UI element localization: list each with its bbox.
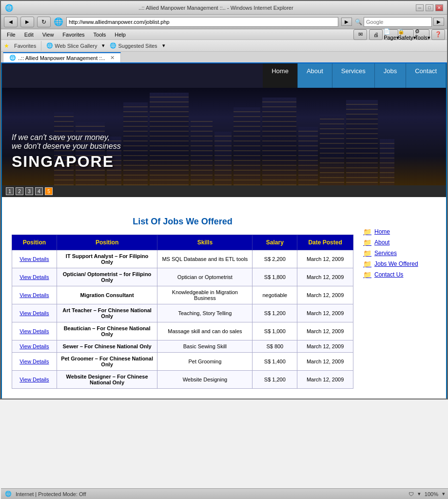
suggested-icon: 🌐 — [110, 42, 117, 49]
email-button[interactable]: ✉ — [353, 29, 367, 40]
view-details-cell: View Details — [12, 322, 57, 340]
view-details-cell: View Details — [12, 250, 57, 268]
date-cell: March 12, 2009 — [297, 268, 353, 286]
suggested-sites-link[interactable]: 🌐 Suggested Sites — [110, 42, 157, 49]
title-bar: 🌐 ..:: Allied Manpower Management ::.. -… — [1, 1, 447, 15]
forward-button[interactable]: ▶ — [20, 17, 34, 27]
minimize-button[interactable]: ─ — [416, 4, 424, 11]
skills-cell: Massage skill and can do sales — [157, 322, 253, 340]
print-button[interactable]: 🖨 — [369, 29, 383, 40]
maximize-button[interactable]: □ — [426, 4, 433, 11]
table-header-position-name: Position — [57, 235, 157, 250]
sidebar-link-label: Jobs We Offered — [374, 260, 418, 267]
tab-icon: 🌐 — [9, 55, 16, 61]
slide-dot-5[interactable]: 5 — [45, 187, 53, 195]
sidebar-link-label: About — [374, 239, 390, 246]
search-input[interactable] — [364, 17, 432, 27]
web-slice-gallery-link[interactable]: 🌐 Web Slice Gallery — [46, 42, 97, 49]
position-cell: Website Designer – For Chinese National … — [57, 371, 157, 389]
safety-button[interactable]: 🔒 Safety▾ — [400, 29, 414, 40]
favorites-star-icon: ★ — [4, 42, 9, 49]
table-row: View Details Sewer – For Chinese Nationa… — [12, 340, 353, 353]
page-button[interactable]: 📄 Page▾ — [385, 29, 398, 40]
window-controls: ─ □ ✕ — [416, 4, 443, 11]
menu-tools[interactable]: Tools — [90, 31, 110, 39]
table-header-date: Date Posted — [297, 235, 353, 250]
tools-button2[interactable]: ⚙ Tools▾ — [416, 29, 429, 40]
slide-dot-3[interactable]: 3 — [25, 187, 33, 195]
tab-close-icon[interactable]: ✕ — [110, 55, 115, 61]
skills-cell: Website Designing — [157, 371, 253, 389]
slide-dot-4[interactable]: 4 — [35, 187, 43, 195]
close-button[interactable]: ✕ — [435, 4, 443, 11]
slideshow-dots: 1 2 3 4 5 — [2, 185, 446, 197]
favorites-button[interactable]: Favorites — [14, 43, 36, 49]
sidebar-link-services[interactable]: 📁Services — [363, 248, 436, 259]
view-details-link[interactable]: View Details — [19, 359, 49, 364]
nav-contact[interactable]: Contact — [406, 63, 446, 88]
table-header-position: Position — [12, 235, 57, 250]
jobs-section: List Of Jobs We Offered Position Positio… — [12, 217, 353, 389]
sidebar-link-home[interactable]: 📁Home — [363, 226, 436, 237]
table-row: View Details Website Designer – For Chin… — [12, 371, 353, 389]
slide-dot-1[interactable]: 1 — [6, 187, 14, 195]
view-details-link[interactable]: View Details — [19, 377, 49, 382]
sidebar-link-contact-us[interactable]: 📁Contact Us — [363, 269, 436, 280]
active-tab[interactable]: 🌐 ..:: Allied Manpower Management ::.. ✕ — [3, 52, 121, 62]
view-details-link[interactable]: View Details — [19, 274, 49, 280]
menu-favorites[interactable]: Favorites — [58, 31, 88, 39]
view-details-cell: View Details — [12, 304, 57, 322]
menu-edit[interactable]: Edit — [20, 31, 38, 39]
go-button[interactable]: ▶ — [341, 18, 352, 26]
nav-services[interactable]: Services — [332, 63, 375, 88]
date-cell: March 12, 2009 — [297, 371, 353, 389]
nav-home[interactable]: Home — [263, 63, 298, 88]
back-button[interactable]: ◀ — [4, 17, 18, 27]
hero-slogan: If we can't save your money,we don't des… — [12, 133, 121, 151]
position-cell: Migration Consultant — [57, 286, 157, 304]
salary-cell: S$ 1,000 — [253, 322, 297, 340]
view-details-cell: View Details — [12, 371, 57, 389]
browser-window: 🌐 ..:: Allied Manpower Management ::.. -… — [0, 0, 448, 399]
view-details-link[interactable]: View Details — [19, 328, 49, 334]
sidebar-link-label: Contact Us — [374, 271, 403, 278]
hero-text-block: If we can't save your money,we don't des… — [12, 133, 121, 171]
help-button2[interactable]: ❓ — [431, 29, 445, 40]
view-details-link[interactable]: View Details — [19, 256, 49, 262]
url-input[interactable] — [66, 17, 338, 27]
nav-about[interactable]: About — [298, 63, 332, 88]
menu-bar: File Edit View Favorites Tools Help ✉ 🖨 … — [1, 29, 447, 40]
date-cell: March 12, 2009 — [297, 286, 353, 304]
sidebar-link-about[interactable]: 📁About — [363, 237, 436, 248]
sidebar-link-label: Services — [374, 250, 397, 257]
hero-banner: If we can't save your money,we don't des… — [2, 88, 446, 185]
favorites-bar: ★ Favorites 🌐 Web Slice Gallery ▾ 🌐 Sugg… — [1, 40, 447, 52]
position-cell: Optician/ Optometrist – for Filipino Onl… — [57, 268, 157, 286]
search-go-button[interactable]: ▶ — [433, 18, 444, 26]
position-cell: IT Support Analyst – For Filipino Only — [57, 250, 157, 268]
salary-cell: S$ 800 — [253, 340, 297, 353]
menu-file[interactable]: File — [3, 31, 19, 39]
website-content: Home About Services Jobs Contact — [1, 63, 447, 399]
view-details-link[interactable]: View Details — [19, 292, 49, 298]
table-row: View Details Migration Consultant Knowle… — [12, 286, 353, 304]
salary-cell: S$ 2,200 — [253, 250, 297, 268]
sidebar-link-jobs-we-offered[interactable]: 📁Jobs We Offered — [363, 259, 436, 269]
slide-dot-2[interactable]: 2 — [16, 187, 23, 195]
refresh-button[interactable]: ↻ — [37, 17, 51, 27]
view-details-link[interactable]: View Details — [19, 343, 49, 349]
address-bar: ◀ ▶ ↻ 🌐 ▶ 🔍 ▶ — [1, 15, 447, 29]
folder-icon: 📁 — [363, 239, 371, 246]
date-cell: March 12, 2009 — [297, 353, 353, 371]
menu-help[interactable]: Help — [111, 31, 130, 39]
spacer — [2, 197, 446, 207]
menu-view[interactable]: View — [39, 31, 58, 39]
nav-jobs[interactable]: Jobs — [375, 63, 406, 88]
view-details-link[interactable]: View Details — [19, 310, 49, 316]
view-details-cell: View Details — [12, 268, 57, 286]
folder-icon: 📁 — [363, 249, 371, 257]
table-row: View Details Optician/ Optometrist – for… — [12, 268, 353, 286]
tab-bar: 🌐 ..:: Allied Manpower Management ::.. ✕ — [1, 52, 447, 63]
table-header-skills: Skills — [157, 235, 253, 250]
web-slice-icon: 🌐 — [46, 42, 53, 49]
